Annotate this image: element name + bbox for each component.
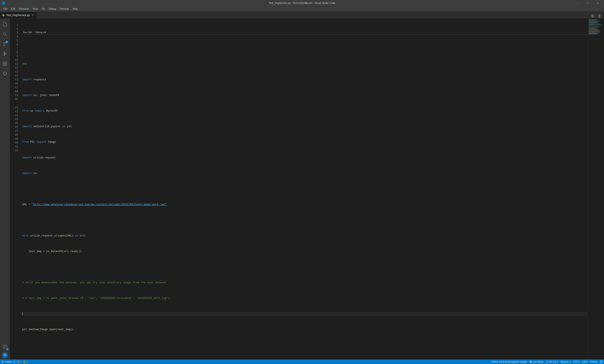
warning-count: 0 <box>26 361 27 363</box>
line-num-9: 9 <box>14 54 18 58</box>
activity-live-share[interactable] <box>1 69 9 78</box>
menu-go[interactable]: Go <box>40 7 47 11</box>
tab-test-dogservice[interactable]: 🐍 Test_DogService.py ✕ <box>0 11 37 18</box>
line-num-1: 1 <box>14 23 18 27</box>
sync-icon: ↻ <box>13 361 15 363</box>
sync-button[interactable]: ↻ <box>13 361 15 363</box>
status-bar: master ↻ ✕ 0 ! 0 Python 3.6.8 64-bit ('p… <box>0 360 604 364</box>
python-env[interactable]: Python 3.6.8 64-bit ('pycon': conda) <box>492 361 527 363</box>
code-line-19: plt.imshow(Image.open(test_img)) <box>22 327 588 331</box>
svg-rect-13 <box>3 62 5 63</box>
code-line-20 <box>22 343 588 347</box>
encoding[interactable]: UTF-8 <box>573 361 579 363</box>
activity-explorer[interactable] <box>1 20 9 28</box>
menu-selection[interactable]: Selection <box>17 7 31 11</box>
code-line-13: with urllib.request.urlopen(URL) as url: <box>22 234 588 238</box>
notifications[interactable] <box>600 361 602 363</box>
git-branch[interactable]: master <box>2 361 12 363</box>
line-num-18: 18 <box>14 89 18 93</box>
run-cell-link-1[interactable]: Run Cell <box>23 30 32 34</box>
activity-bottom: 1 A <box>1 343 9 360</box>
title-bar-left <box>2 1 6 5</box>
window-title: Test_DogService.py - PyCon2019Booth - Vi… <box>269 2 335 4</box>
line-ending-label: CRLF <box>582 361 588 363</box>
svg-point-19 <box>2 362 3 363</box>
main-layout: 3 <box>0 18 604 360</box>
minimap-content <box>588 18 604 36</box>
close-button[interactable]: ✕ <box>593 0 602 6</box>
line-num-24: 24 <box>14 117 18 121</box>
warnings-indicator[interactable]: ! 0 <box>23 361 27 363</box>
line-num-5: 5 <box>14 39 18 42</box>
svg-rect-2 <box>598 15 601 15</box>
svg-rect-4 <box>598 17 601 17</box>
tab-icon: 🐍 <box>2 14 5 16</box>
code-line-4: import os, json, base64 <box>22 93 588 97</box>
python-version-label: Python 3.6.8 64-bit ('pycon': conda) <box>492 361 527 363</box>
menu-bar: File Edit Selection View Go Debug Termin… <box>0 6 604 11</box>
line-num-32: 32 <box>14 149 18 152</box>
encoding-label: UTF-8 <box>573 361 579 363</box>
line-ending[interactable]: CRLF <box>582 361 588 363</box>
code-line-14: test_img = io.BytesIO(url.read()) <box>22 249 588 253</box>
language-mode[interactable]: Python <box>591 361 597 363</box>
svg-point-20 <box>3 361 4 362</box>
minimize-button[interactable]: − <box>573 0 582 6</box>
tab-actions <box>590 13 604 18</box>
code-content: Run Cell | Debug cell #%% import request… <box>20 18 588 355</box>
menu-file[interactable]: File <box>2 7 9 11</box>
svg-line-6 <box>6 35 7 36</box>
split-editor-button[interactable] <box>590 13 595 18</box>
code-line-7: from PIL import Image <box>22 140 588 144</box>
title-bar: Test_DogService.py - PyCon2019Booth - Vi… <box>0 0 604 6</box>
line-num-13: 13 <box>14 70 18 74</box>
tab-close-button[interactable]: ✕ <box>31 13 35 17</box>
line-num-19: 19 <box>14 93 18 97</box>
svg-point-12 <box>4 52 4 53</box>
svg-rect-3 <box>598 16 601 16</box>
activity-source-control[interactable]: 3 <box>1 40 9 48</box>
cell-1-header: Run Cell | Debug cell <box>22 30 588 35</box>
activity-search[interactable] <box>1 30 9 38</box>
line-num-20: 20 <box>14 97 18 101</box>
line-num-21: 21 <box>14 106 18 110</box>
menu-debug[interactable]: Debug <box>47 7 58 11</box>
line-num-3: 3 <box>14 31 18 35</box>
svg-marker-10 <box>4 52 7 55</box>
line-num-17: 17 <box>14 86 18 89</box>
code-line-11: URL = "http://www.whateverydogdeserves.c… <box>22 202 588 206</box>
errors-indicator[interactable]: ✕ 0 <box>17 361 21 363</box>
code-line-3: import requests <box>22 78 588 82</box>
code-editor[interactable]: 1 2 3 4 5 6 7 8 9 10 11 12 13 14 15 16 1… <box>10 18 604 360</box>
line-num-31: 31 <box>14 145 18 149</box>
app-icon <box>2 1 6 5</box>
menu-terminal[interactable]: Terminal <box>58 7 71 11</box>
svg-rect-16 <box>5 64 7 65</box>
source-control-badge: 3 <box>5 41 8 43</box>
live-share-label: Live Share <box>533 361 544 363</box>
line-num-2: 2 <box>14 27 18 31</box>
activity-bar: 3 <box>0 18 10 360</box>
user-avatar[interactable]: A <box>2 352 8 358</box>
line-num-15: 15 <box>14 78 18 82</box>
live-share-button[interactable]: Live Share <box>529 361 544 363</box>
code-line-12 <box>22 218 588 222</box>
indentation[interactable]: Spaces: 4 <box>561 361 571 363</box>
maximize-button[interactable]: □ <box>583 0 592 6</box>
menu-help[interactable]: Help <box>71 7 79 11</box>
line-num-23: 23 <box>14 113 18 117</box>
debug-cell-link-1[interactable]: Debug cell <box>36 30 46 34</box>
line-num-29: 29 <box>14 137 18 141</box>
activity-run-debug[interactable] <box>1 50 9 58</box>
cursor-position[interactable]: Ln 18, Col 1 <box>546 361 558 363</box>
more-actions-button[interactable] <box>597 13 602 18</box>
svg-text:!: ! <box>24 361 25 363</box>
menu-edit[interactable]: Edit <box>9 7 17 11</box>
line-num-10: 10 <box>14 58 18 62</box>
menu-view[interactable]: View <box>31 7 40 11</box>
spaces-label: Spaces: 4 <box>561 361 571 363</box>
line-num-22: 22 <box>14 110 18 113</box>
svg-text:✕: ✕ <box>18 361 19 363</box>
activity-settings[interactable]: 1 <box>1 343 9 351</box>
activity-extensions[interactable] <box>1 60 9 68</box>
